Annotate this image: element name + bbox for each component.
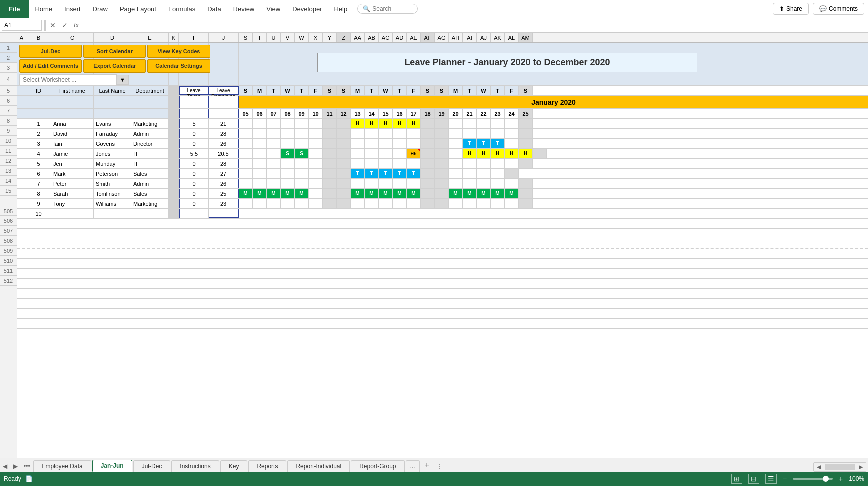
january-month-header: January 2020 <box>239 96 868 108</box>
row-14: 10 <box>17 209 868 219</box>
page-view-icon[interactable]: 📄 <box>25 476 33 482</box>
col-t[interactable]: T <box>253 33 267 42</box>
sheet-options-button[interactable]: ⋮ <box>433 461 445 472</box>
col-ak[interactable]: AK <box>491 33 505 42</box>
sort-calendar-button[interactable]: Sort Calendar <box>83 45 146 58</box>
formula-separator <box>44 20 46 31</box>
row-507 <box>17 269 868 279</box>
menu-help[interactable]: Help <box>328 0 353 18</box>
col-ae[interactable]: AE <box>407 33 421 42</box>
function-icon[interactable]: fx <box>72 22 81 29</box>
col-x[interactable]: X <box>309 33 323 42</box>
row-506 <box>17 259 868 269</box>
col-c[interactable]: C <box>51 33 94 42</box>
tab-report-group[interactable]: Report-Group <box>351 460 404 472</box>
col-al[interactable]: AL <box>505 33 519 42</box>
col-am[interactable]: AM <box>519 33 533 42</box>
col-ai[interactable]: AI <box>463 33 477 42</box>
col-y[interactable]: Y <box>323 33 337 42</box>
col-aj[interactable]: AJ <box>477 33 491 42</box>
menu-data[interactable]: Data <box>201 0 227 18</box>
cancel-icon[interactable]: ✕ <box>48 22 58 30</box>
col-aa[interactable]: AA <box>351 33 365 42</box>
col-z[interactable]: Z <box>337 33 351 42</box>
employee-row-2: 2 David Farraday Admin 0 28 <box>17 129 868 139</box>
col-k[interactable]: K <box>169 33 179 42</box>
col-w[interactable]: W <box>295 33 309 42</box>
tab-jan-jun[interactable]: Jan-Jun <box>92 460 132 472</box>
share-button[interactable]: ⬆ Share <box>773 3 809 15</box>
col-a[interactable]: A <box>17 33 26 42</box>
tab-key[interactable]: Key <box>220 460 248 472</box>
menu-review[interactable]: Review <box>227 0 261 18</box>
zoom-minus[interactable]: − <box>783 475 787 483</box>
tab-nav-dots[interactable]: ••• <box>21 461 33 472</box>
formula-separator-vertical <box>83 20 83 31</box>
col-b[interactable]: B <box>26 33 51 42</box>
export-calendar-button[interactable]: Export Calendar <box>83 60 146 72</box>
menu-draw[interactable]: Draw <box>87 0 114 18</box>
search-input[interactable] <box>372 6 412 12</box>
col-s[interactable]: S <box>239 33 253 42</box>
col-d[interactable]: D <box>94 33 131 42</box>
tab-nav-prev[interactable]: ◀ <box>0 461 10 472</box>
menu-home[interactable]: Home <box>29 0 58 18</box>
menu-insert[interactable]: Insert <box>58 0 87 18</box>
view-key-codes-button[interactable]: View Key Codes <box>147 45 210 58</box>
row-numbers: 1 2 3 4 5 6 7 8 9 10 11 12 13 14 15 505 … <box>0 43 17 458</box>
add-edit-comments-button[interactable]: Add / Edit Comments <box>19 60 82 72</box>
tab-report-individual[interactable]: Report-Individual <box>287 460 350 472</box>
search-box[interactable]: 🔍 <box>357 4 418 14</box>
scroll-left-button[interactable]: ◀ <box>814 463 824 472</box>
col-ag[interactable]: AG <box>435 33 449 42</box>
add-sheet-button[interactable]: + <box>421 459 433 472</box>
comments-button[interactable]: 💬 Comments <box>813 3 864 15</box>
col-af[interactable]: AF <box>421 33 435 42</box>
select-worksheet-dropdown[interactable]: ▼ <box>117 75 129 85</box>
employee-row-1: 1 Anna Evans Marketing 5 21 H H H <box>17 119 868 129</box>
tab-nav-next[interactable]: ▶ <box>10 461 21 472</box>
file-menu[interactable]: File <box>0 0 29 18</box>
formula-bar: A1 ✕ ✓ fx <box>0 18 868 33</box>
col-e[interactable]: E <box>131 33 169 42</box>
calendar-settings-button[interactable]: Calendar Settings <box>147 60 210 72</box>
select-worksheet-input[interactable] <box>19 74 117 86</box>
row-508 <box>17 279 868 289</box>
zoom-slider[interactable] <box>793 478 833 480</box>
scroll-right-button[interactable]: ▶ <box>856 463 866 472</box>
col-ad[interactable]: AD <box>393 33 407 42</box>
normal-view-button[interactable]: ⊞ <box>731 474 742 484</box>
tab-jul-dec[interactable]: Jul-Dec <box>133 460 171 472</box>
scroll-thumb[interactable] <box>825 464 855 470</box>
col-u[interactable]: U <box>267 33 281 42</box>
page-layout-view-button[interactable]: ⊟ <box>748 474 759 484</box>
row-510 <box>17 299 868 309</box>
page-break-view-button[interactable]: ☰ <box>765 474 777 484</box>
menu-items: Home Insert Draw Page Layout Formulas Da… <box>29 0 773 18</box>
menu-developer[interactable]: Developer <box>286 0 328 18</box>
search-icon: 🔍 <box>363 6 370 12</box>
status-bar: Ready 📄 ⊞ ⊟ ☰ − + 100% <box>0 472 868 486</box>
col-ac[interactable]: AC <box>379 33 393 42</box>
col-ah[interactable]: AH <box>449 33 463 42</box>
tab-reports[interactable]: Reports <box>248 460 286 472</box>
confirm-icon[interactable]: ✓ <box>60 22 70 30</box>
col-v[interactable]: V <box>281 33 295 42</box>
jul-dec-button[interactable]: Jul-Dec <box>19 45 82 58</box>
tab-employee-data[interactable]: Employee Data <box>33 460 91 472</box>
cell-reference[interactable]: A1 <box>2 20 42 31</box>
menu-view[interactable]: View <box>260 0 286 18</box>
dates-row: 05 06 07 08 09 10 11 12 13 14 15 16 17 1… <box>17 109 868 119</box>
row-512 <box>17 319 868 329</box>
formula-input[interactable] <box>85 20 866 31</box>
col-ab[interactable]: AB <box>365 33 379 42</box>
col-j[interactable]: J <box>209 33 239 42</box>
row-505 <box>17 249 868 259</box>
menu-formulas[interactable]: Formulas <box>162 0 201 18</box>
zoom-plus[interactable]: + <box>839 475 843 483</box>
tab-instructions[interactable]: Instructions <box>171 460 219 472</box>
col-i[interactable]: I <box>179 33 209 42</box>
menu-page-layout[interactable]: Page Layout <box>114 0 162 18</box>
leave-planner-title: Leave Planner - January 2020 to December… <box>317 53 697 72</box>
tab-more[interactable]: ... <box>406 460 420 472</box>
